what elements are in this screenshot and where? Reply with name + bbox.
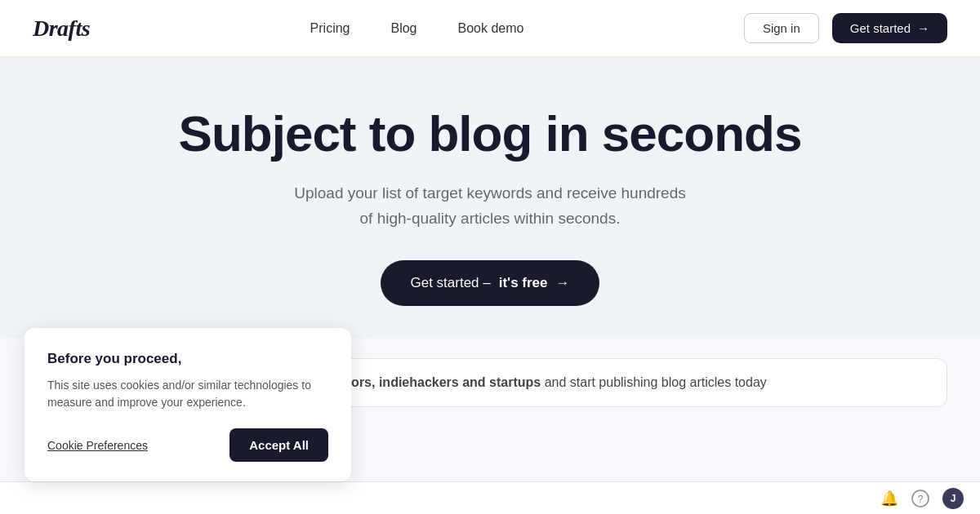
user-avatar[interactable]: J — [942, 488, 964, 509]
cta-label: Get started – — [410, 275, 490, 291]
cta-bold: it's free — [499, 275, 548, 291]
cookie-description: This site uses cookies and/or similar te… — [47, 377, 328, 412]
nav-blog-link[interactable]: Blog — [390, 21, 416, 35]
help-icon[interactable]: ? — [911, 490, 929, 507]
bell-icon[interactable]: 🔔 — [880, 490, 898, 507]
cookie-preferences-button[interactable]: Cookie Preferences — [47, 439, 148, 452]
cookie-banner: Before you proceed, This site uses cooki… — [24, 328, 351, 481]
hero-section: Subject to blog in seconds Upload your l… — [0, 57, 980, 339]
cta-arrow: → — [556, 275, 570, 291]
hero-cta-button[interactable]: Get started – it's free → — [381, 260, 599, 306]
logo[interactable]: Drafts — [33, 16, 90, 42]
social-proof-text-end: and start publishing blog articles today — [541, 375, 767, 389]
getstarted-nav-label: Get started — [850, 21, 911, 35]
navbar: Drafts Pricing Blog Book demo Sign in Ge… — [0, 0, 980, 57]
signin-button[interactable]: Sign in — [744, 13, 819, 43]
hero-subtitle: Upload your list of target keywords and … — [33, 181, 947, 231]
bottom-bar: 🔔 ? J — [0, 481, 980, 514]
cookie-actions: Cookie Preferences Accept All — [47, 428, 328, 462]
nav-actions: Sign in Get started → — [744, 13, 947, 43]
nav-book-demo-link[interactable]: Book demo — [458, 21, 524, 35]
nav-pricing-link[interactable]: Pricing — [310, 21, 350, 35]
accept-all-button[interactable]: Accept All — [229, 428, 328, 462]
cookie-title: Before you proceed, — [47, 351, 328, 367]
hero-title: Subject to blog in seconds — [33, 106, 947, 162]
getstarted-nav-arrow: → — [917, 21, 929, 35]
getstarted-nav-button[interactable]: Get started → — [832, 13, 947, 43]
svg-text:?: ? — [918, 493, 924, 504]
